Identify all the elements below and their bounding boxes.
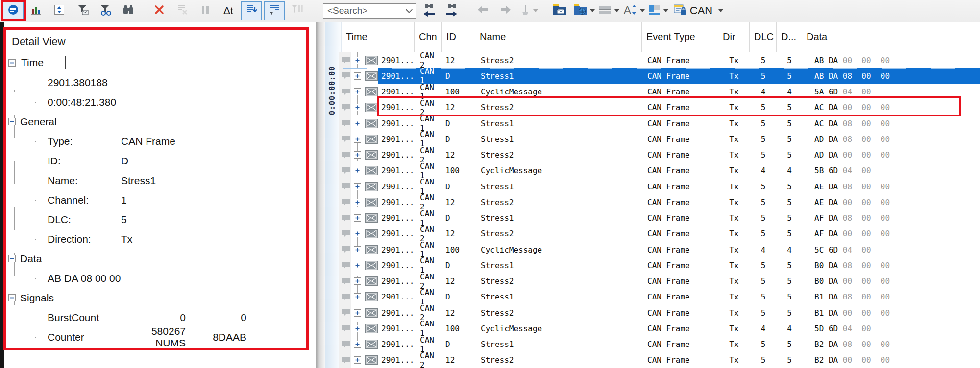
collapse-icon[interactable] (8, 57, 16, 69)
trace-row[interactable]: 2901...CAN 212Stress2CAN FrameTx55AD DA … (342, 147, 980, 163)
data-bytes-static: 00 00 00 (838, 150, 890, 160)
tree-item[interactable]: Channel:1 (6, 190, 306, 210)
tree-item[interactable]: 2901.380188 (6, 73, 306, 92)
trace-row[interactable]: 2901...CAN 212Stress2CAN FrameTx55AE DA … (342, 194, 980, 210)
search-forward-button[interactable] (441, 1, 462, 20)
panel-layout-button[interactable] (648, 1, 669, 20)
cell-dlc: 4 (750, 321, 777, 336)
trace-row[interactable]: 2901...CAN 1100CyclicMessageCAN FrameTx4… (342, 163, 980, 179)
tree-item[interactable]: AB DA 08 00 00 (6, 269, 306, 288)
expand-plus-icon[interactable] (354, 356, 361, 364)
find-button[interactable] (118, 1, 139, 20)
trace-row-selected[interactable]: 2901...CAN 1DStress1CAN FrameTx55AB DA 0… (342, 68, 980, 84)
trace-row[interactable]: 2901...CAN 1DStress1CAN FrameTx55AC DA 0… (342, 115, 980, 131)
expand-plus-icon[interactable] (354, 246, 361, 253)
tree-item[interactable]: DLC:5 (6, 210, 306, 230)
expand-plus-icon[interactable] (354, 309, 361, 317)
tree-item[interactable]: Counter580267 NUMS8DAAB (6, 327, 306, 347)
expand-plus-icon[interactable] (354, 167, 361, 174)
tree-section-general[interactable]: General (6, 112, 306, 132)
tree-item[interactable]: Direction:Tx (6, 230, 306, 249)
font-size-button[interactable]: A (622, 1, 645, 20)
autoscroll-button[interactable] (241, 1, 262, 20)
nav-back-button-disabled[interactable] (472, 1, 493, 20)
tree-item[interactable]: BurstCount00 (6, 308, 306, 327)
expand-plus-icon[interactable] (354, 57, 361, 64)
trace-row[interactable]: 2901...CAN 212Stress2CAN FrameTx55AF DA … (342, 226, 980, 242)
tree-item[interactable]: Name:Stress1 (6, 171, 306, 190)
search-backward-button[interactable] (418, 1, 439, 20)
clear-button[interactable] (149, 1, 170, 20)
filter-messages-button[interactable] (72, 1, 93, 20)
tree-section-time[interactable]: Time (6, 53, 306, 73)
expand-plus-icon[interactable] (354, 136, 361, 143)
nav-forward-button-disabled[interactable] (495, 1, 516, 20)
column-header-event[interactable]: Event Type (642, 22, 718, 52)
bus-selector[interactable]: CAN (671, 1, 725, 20)
collapse-icon[interactable] (8, 116, 16, 128)
row-layout-button[interactable] (598, 1, 620, 20)
tree-item[interactable]: ID:D (6, 151, 306, 171)
time-difference-button[interactable]: Δt (218, 1, 239, 20)
column-header-chn[interactable]: Chn (415, 22, 442, 52)
trace-row[interactable]: 2901...CAN 1100CyclicMessageCAN FrameTx4… (342, 242, 980, 257)
trace-row[interactable]: 2901...CAN 1DStress1CAN FrameTx55B1 DA 0… (342, 289, 980, 305)
cell-chn: CAN 1 (415, 69, 442, 83)
trace-row[interactable]: 2901...CAN 1DStress1CAN FrameTx55AF DA 0… (342, 210, 980, 226)
expand-plus-icon[interactable] (354, 262, 361, 269)
expand-plus-icon[interactable] (354, 88, 361, 95)
trace-row[interactable]: 2901...CAN 212Stress2CAN FrameTx55AB DA … (342, 52, 980, 68)
trace-row[interactable]: 2901...CAN 1100CyclicMessageCAN FrameTx4… (342, 84, 980, 100)
tree-item[interactable]: 0:00:48:21.380 (6, 92, 306, 112)
collapse-icon[interactable] (8, 253, 16, 265)
expand-plus-icon[interactable] (354, 230, 361, 237)
detail-view-toggle-button[interactable] (3, 1, 24, 20)
panel-splitter[interactable] (316, 22, 325, 368)
search-combobox[interactable]: <Search> (323, 3, 416, 19)
trace-row[interactable]: 2901...CAN 212Stress2CAN FrameTx55B2 DA … (342, 352, 980, 368)
trace-row[interactable]: 2901...CAN 212Stress2CAN FrameTx55B0 DA … (342, 274, 980, 289)
fixed-filter-button[interactable] (264, 1, 285, 20)
trace-row[interactable]: 2901...CAN 1DStress1CAN FrameTx55B0 DA 0… (342, 257, 980, 273)
expand-plus-icon[interactable] (354, 120, 361, 127)
clear-list-button-disabled[interactable] (172, 1, 193, 20)
trace-row[interactable]: 2901...CAN 1100CyclicMessageCAN FrameTx4… (342, 321, 980, 336)
expand-plus-icon[interactable] (354, 72, 361, 80)
column-filter-button-disabled[interactable] (287, 1, 308, 20)
column-header-dlc[interactable]: DLC (750, 22, 777, 52)
column-header-data[interactable]: Data (802, 22, 980, 52)
trace-row[interactable]: 2901...CAN 212Stress2CAN FrameTx55B1 DA … (342, 305, 980, 321)
tree-section-signals[interactable]: Signals (6, 288, 306, 308)
filter-viewer-button[interactable] (95, 1, 116, 20)
expand-plus-icon[interactable] (354, 341, 361, 348)
expand-plus-icon[interactable] (354, 183, 361, 190)
cell-time: 2901... (381, 71, 414, 81)
trace-row[interactable]: 2901...CAN 1DStress1CAN FrameTx55AE DA 0… (342, 179, 980, 194)
statistics-button[interactable] (26, 1, 47, 20)
import-logging-button[interactable] (572, 1, 595, 20)
pause-button-disabled[interactable] (195, 1, 216, 20)
trace-row[interactable]: 2901...CAN 1DStress1CAN FrameTx55AD DA 0… (342, 131, 980, 147)
expand-plus-icon[interactable] (354, 277, 361, 285)
expand-plus-icon[interactable] (354, 293, 361, 300)
tree-section-data[interactable]: Data (6, 249, 306, 269)
expand-plus-icon[interactable] (354, 214, 361, 222)
trace-row[interactable]: 2901...CAN 212Stress2CAN FrameTx55AC DA … (342, 100, 980, 115)
expand-plus-icon[interactable] (354, 325, 361, 332)
expand-plus-icon[interactable] (354, 151, 361, 159)
column-header-d[interactable]: D... (777, 22, 802, 52)
scroll-mode-button[interactable] (49, 1, 70, 20)
column-header-id[interactable]: ID (442, 22, 475, 52)
cell-time: 2901... (381, 182, 414, 191)
collapse-icon[interactable] (8, 292, 16, 304)
column-header-name[interactable]: Name (475, 22, 642, 52)
marker-button-disabled[interactable] (518, 1, 539, 20)
expand-plus-icon[interactable] (354, 199, 361, 206)
column-header-time[interactable]: Time (342, 22, 415, 52)
column-header-dir[interactable]: Dir (718, 22, 750, 52)
data-bytes-static: 08 00 00 (838, 71, 890, 81)
trace-row[interactable]: 2901...CAN 1DStress1CAN FrameTx55B2 DA 0… (342, 337, 980, 352)
expand-plus-icon[interactable] (354, 104, 361, 111)
tree-item[interactable]: Type:CAN Frame (6, 132, 306, 151)
export-messages-button[interactable] (549, 1, 570, 20)
